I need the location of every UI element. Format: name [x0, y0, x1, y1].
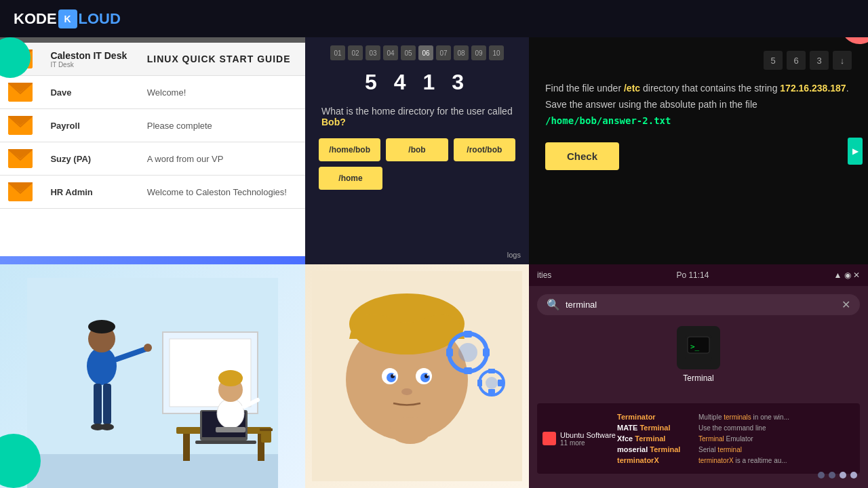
- ubuntu-terminal-app[interactable]: >_ Terminal: [537, 326, 860, 394]
- terminal-count-arrow[interactable]: ↓: [833, 51, 852, 70]
- email-row-header: Caleston IT Desk IT Desk LINUX QUICK STA…: [0, 43, 305, 76]
- svg-rect-25: [94, 384, 102, 424]
- email-icon-dave: [0, 76, 42, 109]
- ubuntu-app-terminatorx[interactable]: terminatorX terminatorX is a realtime au…: [617, 455, 854, 466]
- ubuntu-search-bar[interactable]: 🔍 ✕: [537, 294, 860, 315]
- ubuntu-title-left: ities: [537, 270, 551, 280]
- ubuntu-dot-2[interactable]: [829, 472, 835, 479]
- quiz-prog-02[interactable]: 02: [348, 45, 363, 60]
- check-button[interactable]: Check: [545, 142, 619, 170]
- ubuntu-app-row-source: Ubuntu Software 11 more Terminator Multi…: [542, 409, 854, 468]
- logo-kode: KODE: [14, 10, 57, 28]
- quiz-prog-05[interactable]: 05: [401, 45, 416, 60]
- quiz-progress: 01 02 03 04 05 06 07 08 09 10: [305, 37, 529, 64]
- svg-rect-19: [260, 428, 273, 431]
- email-subject-header-cell[interactable]: LINUX QUICK START GUIDE: [139, 43, 305, 76]
- svg-point-31: [218, 370, 243, 386]
- quiz-prog-01[interactable]: 01: [330, 45, 345, 60]
- svg-rect-6: [8, 149, 33, 168]
- email-table: Caleston IT Desk IT Desk LINUX QUICK STA…: [0, 43, 305, 209]
- ubuntu-dot-3[interactable]: [840, 472, 846, 479]
- svg-rect-4: [8, 83, 33, 102]
- terminal-instruction: Find the file under /etc directory that …: [545, 81, 852, 129]
- svg-rect-17: [195, 441, 256, 444]
- clear-search-icon[interactable]: ✕: [842, 298, 850, 311]
- email-row-payroll[interactable]: Payroll Please complete: [0, 109, 305, 142]
- email-row-hradmin[interactable]: HR Admin Welcome to Caleston Technologie…: [0, 176, 305, 209]
- quiz-option-bob[interactable]: /bob: [386, 138, 448, 161]
- svg-rect-26: [103, 384, 111, 424]
- quiz-option-root-bob[interactable]: /root/bob: [454, 138, 515, 161]
- header: KODE K LOUD: [0, 0, 868, 37]
- quiz-prog-08[interactable]: 08: [454, 45, 469, 60]
- svg-point-44: [427, 374, 429, 376]
- email-icon-payroll: [0, 109, 42, 142]
- terminal-next-button[interactable]: ▶: [848, 138, 863, 165]
- terminal-count-5: 5: [764, 51, 783, 70]
- svg-point-48: [458, 343, 477, 362]
- quiz-prog-07[interactable]: 07: [436, 45, 451, 60]
- app-desc-terminator: Multiple terminals in one win...: [698, 413, 789, 421]
- email-row-dave[interactable]: Dave Welcome!: [0, 76, 305, 109]
- ubuntu-terminal-icon[interactable]: >_: [677, 326, 720, 369]
- ubuntu-app-xfce[interactable]: Xfce Terminal Terminal Emulator: [617, 433, 854, 444]
- panel-email: Caleston IT Desk IT Desk LINUX QUICK STA…: [0, 37, 305, 264]
- ubuntu-software-icon: [542, 432, 556, 445]
- email-icon-suzy: [0, 142, 42, 176]
- email-bottom-bar: [0, 256, 305, 264]
- search-icon: 🔍: [547, 298, 560, 311]
- app-desc-mate: Use the command line: [698, 424, 766, 432]
- svg-rect-55: [488, 369, 495, 373]
- ubuntu-dot-1[interactable]: [818, 472, 825, 479]
- svg-point-22: [88, 320, 115, 333]
- email-sender-payroll: Payroll: [50, 121, 130, 131]
- email-sender-suzy: Suzy (PA): [50, 154, 130, 164]
- logo-icon: K: [58, 9, 77, 28]
- office-illustration: [27, 278, 278, 488]
- app-name-moserial: moserial Terminal: [617, 445, 698, 453]
- svg-rect-18: [261, 430, 271, 443]
- ubuntu-title-center: Po 11:14: [676, 270, 709, 280]
- quiz-prog-10[interactable]: 10: [489, 45, 504, 60]
- ubuntu-search-input[interactable]: [566, 300, 842, 310]
- email-sender-header[interactable]: Caleston IT Desk IT Desk: [42, 43, 138, 76]
- quiz-prog-03[interactable]: 03: [366, 45, 380, 60]
- svg-point-20: [87, 347, 117, 385]
- thinking-illustration: [312, 271, 522, 481]
- envelope-icon-suzy: [8, 149, 33, 168]
- ubuntu-apps-list: Ubuntu Software 11 more Terminator Multi…: [537, 403, 860, 474]
- quiz-prog-04[interactable]: 04: [383, 45, 398, 60]
- panel-quiz: 01 02 03 04 05 06 07 08 09 10 5 4 1 3 Wh…: [305, 37, 529, 264]
- svg-point-45: [401, 388, 412, 395]
- ubuntu-app-terminator[interactable]: Terminator Multiple terminals in one win…: [617, 411, 854, 422]
- email-sender-hradmin: HR Admin: [50, 187, 130, 197]
- quiz-prog-06[interactable]: 06: [418, 45, 433, 60]
- envelope-icon-dave: [8, 83, 33, 102]
- email-sender-name: Caleston IT Desk: [50, 50, 130, 61]
- ubuntu-dot-4[interactable]: [850, 472, 857, 479]
- svg-point-40: [393, 374, 395, 376]
- ubuntu-app-moserial[interactable]: moserial Terminal Serial terminal: [617, 444, 854, 455]
- panel-illustration-2: [305, 264, 529, 488]
- svg-rect-32: [216, 427, 245, 432]
- envelope-icon-payroll: [8, 116, 33, 135]
- svg-rect-7: [8, 182, 33, 201]
- email-subject-header: LINUX QUICK START GUIDE: [147, 54, 297, 64]
- terminal-count-6: 6: [787, 51, 806, 70]
- app-name-terminatorx: terminatorX: [617, 456, 698, 464]
- email-subject-suzy: A word from our VP: [147, 154, 297, 164]
- quiz-option-home-bob[interactable]: /home/bob: [319, 138, 380, 161]
- logo: KODE K LOUD: [14, 9, 121, 28]
- email-subject-dave: Welcome!: [147, 87, 297, 98]
- email-row-suzy[interactable]: Suzy (PA) A word from our VP: [0, 142, 305, 176]
- svg-text:>_: >_: [690, 342, 700, 351]
- svg-point-24: [144, 344, 152, 352]
- ubuntu-app-items: Terminator Multiple terminals in one win…: [617, 411, 854, 466]
- quiz-option-home[interactable]: /home: [319, 167, 382, 190]
- svg-rect-56: [488, 389, 495, 394]
- quiz-prog-09[interactable]: 09: [471, 45, 486, 60]
- email-panel-header: [0, 37, 305, 43]
- ubuntu-app-mate[interactable]: MATE Terminal Use the command line: [617, 422, 854, 433]
- terminal-counter: 5 6 3 ↓: [545, 51, 852, 70]
- ubuntu-software-name: Ubuntu Software: [560, 431, 616, 439]
